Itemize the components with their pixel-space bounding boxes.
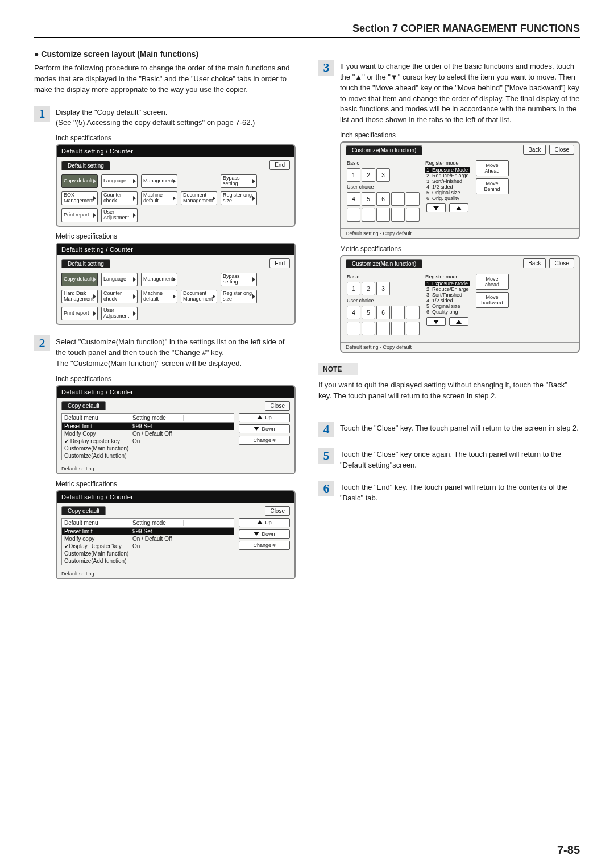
- list-item[interactable]: Preset limit999 Set: [62, 423, 234, 430]
- counter-button[interactable]: Counter check: [101, 191, 138, 205]
- slot[interactable]: 6: [376, 306, 390, 319]
- metric-label: Metric specifications: [340, 245, 580, 253]
- list-item[interactable]: Customize(Add function): [62, 452, 234, 460]
- list-item[interactable]: 2 Reduce/Enlarge: [425, 286, 470, 292]
- slot[interactable]: 2: [362, 168, 375, 182]
- cursor-down-button[interactable]: [426, 203, 446, 212]
- change-button[interactable]: Change #: [239, 436, 290, 445]
- slot[interactable]: [376, 322, 390, 335]
- slot[interactable]: 6: [376, 192, 390, 206]
- back-button[interactable]: Back: [523, 258, 546, 268]
- slot[interactable]: 3: [376, 168, 390, 182]
- user-adj-button[interactable]: User Adjustment: [101, 307, 138, 320]
- slot[interactable]: 1: [347, 282, 360, 295]
- slot[interactable]: 1: [347, 168, 360, 182]
- tab-customize[interactable]: Customize(Main function): [346, 259, 422, 268]
- list-item[interactable]: Modify CopyOn / Default Off: [62, 430, 234, 437]
- slot[interactable]: [362, 322, 375, 335]
- tab-default-setting[interactable]: Default setting: [61, 161, 110, 170]
- move-behind-button[interactable]: Move Behind: [476, 178, 509, 194]
- back-button[interactable]: Back: [523, 145, 546, 155]
- user-adj-button[interactable]: User Adjustment: [101, 208, 138, 222]
- list-item[interactable]: ✔ Display register keyOn: [62, 437, 234, 445]
- copy-default-button[interactable]: Copy default: [61, 174, 98, 188]
- bypass-button[interactable]: Bypass setting: [221, 174, 257, 188]
- end-button[interactable]: End: [269, 160, 290, 170]
- list-item[interactable]: 3 Sort/Finished: [425, 178, 470, 184]
- tab-default-setting[interactable]: Default setting: [61, 259, 110, 268]
- doc-mgmt-button[interactable]: Document Management: [181, 191, 217, 205]
- management-button[interactable]: Management: [141, 273, 177, 286]
- list-item[interactable]: 3 Sort/Finished: [425, 292, 470, 298]
- list-item[interactable]: Customize(Main function): [62, 445, 234, 452]
- language-button[interactable]: Language: [101, 273, 138, 286]
- close-button[interactable]: Close: [265, 506, 290, 516]
- slot[interactable]: [406, 208, 420, 222]
- slot[interactable]: [406, 306, 420, 319]
- cursor-down-button[interactable]: [426, 317, 446, 326]
- slot[interactable]: [391, 306, 405, 319]
- list-item[interactable]: 6 Orig. quality: [425, 195, 470, 201]
- end-button[interactable]: End: [269, 258, 290, 268]
- slot[interactable]: [347, 322, 360, 335]
- print-button[interactable]: Print report: [61, 208, 98, 222]
- slot[interactable]: [391, 192, 405, 206]
- copy-default-button[interactable]: Copy default: [61, 273, 98, 286]
- machine-default-button[interactable]: Machine default: [141, 191, 177, 205]
- list-item[interactable]: 4 1/2 sided: [425, 298, 470, 303]
- down-button[interactable]: Down: [239, 424, 290, 433]
- tab-copy-default[interactable]: Copy default: [61, 401, 106, 410]
- language-button[interactable]: Language: [101, 174, 138, 188]
- counter-button[interactable]: Counter check: [101, 290, 138, 303]
- slot[interactable]: [406, 192, 420, 206]
- cursor-up-button[interactable]: [449, 317, 468, 326]
- slot[interactable]: 3: [376, 282, 390, 295]
- close-button[interactable]: Close: [265, 401, 290, 411]
- slot[interactable]: [347, 208, 360, 222]
- default-setting-panel-inch: Default setting / Counter Default settin…: [56, 144, 296, 227]
- close-button[interactable]: Close: [549, 145, 574, 155]
- list-item[interactable]: Customize(Add function): [62, 557, 234, 565]
- list-item[interactable]: Modify copyOn / Default Off: [62, 535, 234, 542]
- slot[interactable]: 4: [347, 306, 360, 319]
- machine-default-button[interactable]: Machine default: [141, 290, 177, 303]
- down-button[interactable]: Down: [239, 529, 290, 539]
- box-mgmt-button[interactable]: BOX Management: [61, 191, 98, 205]
- doc-mgmt-button[interactable]: Document Management: [181, 290, 217, 303]
- list-item[interactable]: 1 Exposure Mode: [425, 167, 470, 173]
- move-backward-button[interactable]: Move backward: [476, 292, 509, 308]
- move-ahead-button[interactable]: Move Ahead: [476, 160, 509, 176]
- slot[interactable]: 5: [362, 192, 375, 206]
- register-button[interactable]: Register orig. size: [221, 191, 257, 205]
- slot[interactable]: 4: [347, 192, 360, 206]
- list-item[interactable]: ✔Display"Register"keyOn: [62, 542, 234, 550]
- cursor-up-button[interactable]: [449, 203, 468, 212]
- tab-copy-default[interactable]: Copy default: [61, 506, 106, 515]
- slot[interactable]: [391, 322, 405, 335]
- register-button[interactable]: Register orig. size: [221, 290, 257, 303]
- close-button[interactable]: Close: [549, 258, 574, 268]
- list-item[interactable]: 1 Exposure Mode: [425, 281, 470, 286]
- print-button[interactable]: Print report: [61, 307, 98, 320]
- harddisk-button[interactable]: Hard Disk Management: [61, 290, 98, 303]
- slot[interactable]: [406, 322, 420, 335]
- list-item[interactable]: 5 Original size: [425, 303, 470, 309]
- slot[interactable]: 2: [362, 282, 375, 295]
- up-button[interactable]: Up: [239, 413, 290, 422]
- list-item[interactable]: Preset limit999 Set: [62, 528, 234, 535]
- list-item[interactable]: 2 Reduce/Enlarge: [425, 173, 470, 178]
- up-button[interactable]: Up: [239, 518, 290, 527]
- change-button[interactable]: Change #: [239, 541, 290, 550]
- bypass-button[interactable]: Bypass setting: [221, 273, 257, 286]
- list-item[interactable]: 4 1/2 sided: [425, 184, 470, 190]
- move-ahead-button[interactable]: Move ahead: [476, 274, 509, 290]
- list-item[interactable]: Customize(Main function): [62, 550, 234, 557]
- slot[interactable]: [391, 208, 405, 222]
- list-item[interactable]: 5 Original size: [425, 190, 470, 195]
- management-button[interactable]: Management: [141, 174, 177, 188]
- list-item[interactable]: 6 Quality orig: [425, 309, 470, 315]
- slot[interactable]: [376, 208, 390, 222]
- tab-customize[interactable]: Customize(Main function): [346, 145, 422, 155]
- slot[interactable]: [362, 208, 375, 222]
- slot[interactable]: 5: [362, 306, 375, 319]
